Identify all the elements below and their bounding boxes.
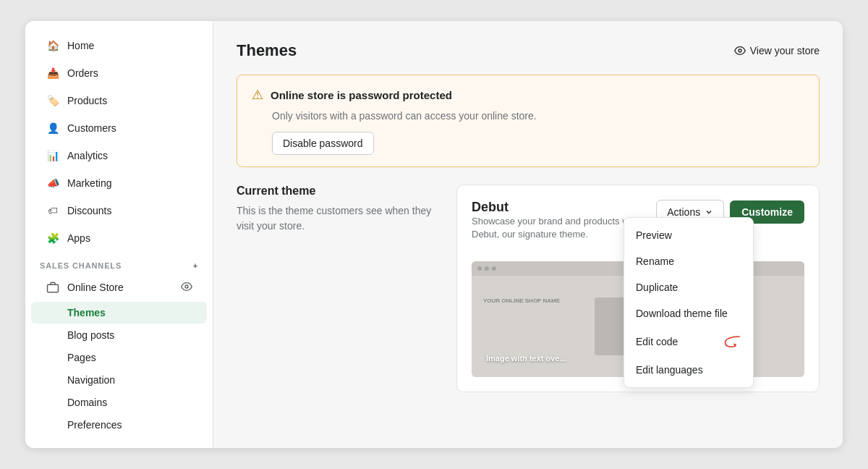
preview-logo: YOUR ONLINE SHOP NAME [483,297,560,304]
sub-nav-item-pages[interactable]: Pages [31,347,207,368]
theme-card: Debut Showcase your brand and products w… [456,185,820,392]
svg-rect-0 [48,284,59,292]
online-store-icon [46,280,60,295]
banner-description: Only visitors with a password can access… [272,110,804,122]
main-content: Themes View your store ⚠ Online store is… [213,21,843,448]
chevron-down-icon [705,208,713,216]
current-theme-section: Current theme This is the theme customer… [237,185,820,392]
sub-nav-item-navigation[interactable]: Navigation [31,369,207,391]
marketing-icon: 📣 [46,176,60,190]
dropdown-item-edit-code[interactable]: Edit code [624,326,753,357]
sub-nav-item-blog-posts[interactable]: Blog posts [31,324,207,346]
svg-point-2 [739,49,741,52]
sales-channels-section: SALES CHANNELS + [25,253,213,274]
actions-dropdown-menu: PreviewRenameDuplicateDownload theme fil… [624,217,754,388]
sub-nav-item-themes[interactable]: Themes [31,302,207,324]
sub-nav-item-preferences[interactable]: Preferences [31,414,207,436]
sidebar-label-customers: Customers [67,122,116,134]
sidebar-label-marketing: Marketing [67,177,111,189]
sidebar-label-apps: Apps [67,232,90,244]
add-sales-channel-icon[interactable]: + [193,261,198,270]
page-title: Themes [237,41,297,60]
sidebar-item-discounts[interactable]: 🏷 Discounts [31,198,207,224]
preview-overlay-text: Image with text ove... [486,354,566,363]
customers-icon: 👤 [46,121,60,135]
sidebar-item-home[interactable]: 🏠 Home [31,33,207,59]
analytics-icon: 📊 [46,148,60,163]
online-store-item[interactable]: Online Store [31,274,207,300]
online-store-eye-icon[interactable] [181,281,192,295]
view-store-link[interactable]: View your store [734,45,820,56]
apps-icon: 🧩 [46,231,60,245]
sidebar-item-orders[interactable]: 📥 Orders [31,60,207,86]
sidebar-item-marketing[interactable]: 📣 Marketing [31,170,207,196]
sidebar-label-analytics: Analytics [67,150,108,161]
section-desc: This is the theme customers see when the… [237,203,439,234]
sidebar-label-discounts: Discounts [67,205,111,216]
current-theme-left: Current theme This is the theme customer… [237,185,439,392]
orders-icon: 📥 [46,66,60,80]
online-store-label: Online Store [67,282,124,293]
warning-icon: ⚠ [252,87,263,103]
sidebar-label-orders: Orders [67,67,98,79]
sub-nav-item-domains[interactable]: Domains [31,392,207,413]
dropdown-item-duplicate[interactable]: Duplicate [624,274,753,300]
discounts-icon: 🏷 [46,203,60,218]
dropdown-item-download[interactable]: Download theme file [624,300,753,326]
dropdown-item-rename[interactable]: Rename [624,248,753,274]
home-icon: 🏠 [46,38,60,53]
disable-password-button[interactable]: Disable password [272,132,374,155]
sidebar-item-apps[interactable]: 🧩 Apps [31,225,207,251]
sidebar-label-home: Home [67,40,94,51]
dropdown-item-edit-languages[interactable]: Edit languages [624,357,753,383]
sidebar-item-products[interactable]: 🏷️ Products [31,88,207,114]
sidebar-item-customers[interactable]: 👤 Customers [31,115,207,141]
eye-icon [734,45,746,56]
banner-title: Online store is password protected [271,89,452,101]
page-header: Themes View your store [237,41,820,60]
red-arrow [721,334,741,350]
app-wrapper: 🏠 Home 📥 Orders 🏷️ Products 👤 Customers … [25,21,843,448]
banner-header: ⚠ Online store is password protected [252,87,804,103]
section-title: Current theme [237,185,439,198]
sidebar-label-products: Products [67,95,107,106]
sidebar: 🏠 Home 📥 Orders 🏷️ Products 👤 Customers … [25,21,213,448]
sales-channels-label: SALES CHANNELS [40,261,122,270]
sidebar-item-analytics[interactable]: 📊 Analytics [31,143,207,169]
dropdown-item-preview[interactable]: Preview [624,222,753,248]
products-icon: 🏷️ [46,93,60,108]
view-store-label: View your store [750,45,820,56]
theme-name: Debut [472,200,656,215]
svg-point-1 [185,285,188,288]
password-banner: ⚠ Online store is password protected Onl… [237,75,820,167]
